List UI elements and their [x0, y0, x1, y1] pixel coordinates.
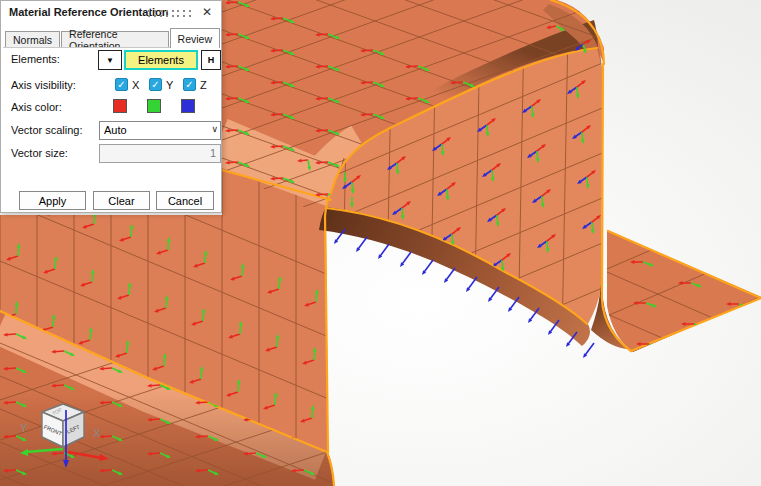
vector-scaling-label: Vector scaling:: [11, 124, 83, 136]
vector-size-row: Vector size: 1: [3, 144, 220, 164]
multi-select-icon[interactable]: H: [201, 50, 221, 70]
dialog-title: Material Reference Orientation: [9, 6, 169, 18]
dialog-buttons-row: Apply Clear Cancel: [3, 191, 220, 211]
axis-visibility-row: Axis visibility: ✓ X ✓ Y ✓ Z: [3, 76, 220, 96]
checkbox-y-label: Y: [166, 79, 173, 91]
chevron-down-icon: ∨: [211, 124, 218, 134]
dialog-tabs: Normals Reference Orientation Review: [5, 28, 221, 48]
checkbox-x-label: X: [132, 79, 139, 91]
clear-button[interactable]: Clear: [93, 191, 150, 210]
apply-button[interactable]: Apply: [19, 191, 86, 210]
axis-x-label: X: [93, 427, 101, 439]
tab-reference-orientation[interactable]: Reference Orientation: [61, 31, 168, 48]
vector-scaling-row: Vector scaling: Auto ∨: [3, 121, 220, 141]
z-color-swatch[interactable]: [181, 99, 195, 113]
elements-row: Elements: ▼ Elements H: [3, 50, 220, 70]
axis-visibility-label: Axis visibility:: [11, 79, 76, 91]
tab-normals[interactable]: Normals: [5, 31, 60, 48]
dialog-titlebar[interactable]: Material Reference Orientation ✕: [1, 1, 221, 25]
tab-review[interactable]: Review: [170, 28, 220, 48]
checkbox-z[interactable]: ✓: [183, 78, 196, 91]
checkbox-z-label: Z: [200, 79, 207, 91]
material-reference-orientation-dialog: Material Reference Orientation ✕ Normals…: [0, 0, 222, 213]
elements-label: Elements:: [11, 53, 60, 65]
close-icon[interactable]: ✕: [200, 5, 214, 19]
checkbox-y[interactable]: ✓: [149, 78, 162, 91]
vector-scaling-select[interactable]: Auto ∨: [99, 121, 221, 140]
elements-select-button[interactable]: Elements: [124, 50, 198, 70]
y-color-swatch[interactable]: [147, 99, 161, 113]
cancel-button[interactable]: Cancel: [156, 191, 214, 210]
axis-color-row: Axis color:: [3, 98, 220, 118]
checkbox-x[interactable]: ✓: [115, 78, 128, 91]
vector-size-label: Vector size:: [11, 147, 68, 159]
axis-y-label: Y: [20, 422, 28, 434]
tab-page-review: Elements: ▼ Elements H Axis visibility: …: [3, 47, 220, 210]
entity-dropdown-button[interactable]: ▼: [98, 50, 122, 70]
vector-size-input[interactable]: 1: [99, 144, 221, 163]
app-window: TOP FRONT LEFT Y X Material Reference Or…: [0, 0, 761, 486]
axis-color-label: Axis color:: [11, 101, 62, 113]
vector-scaling-value: Auto: [104, 124, 127, 136]
drag-grip[interactable]: [148, 10, 194, 18]
x-color-swatch[interactable]: [113, 99, 127, 113]
